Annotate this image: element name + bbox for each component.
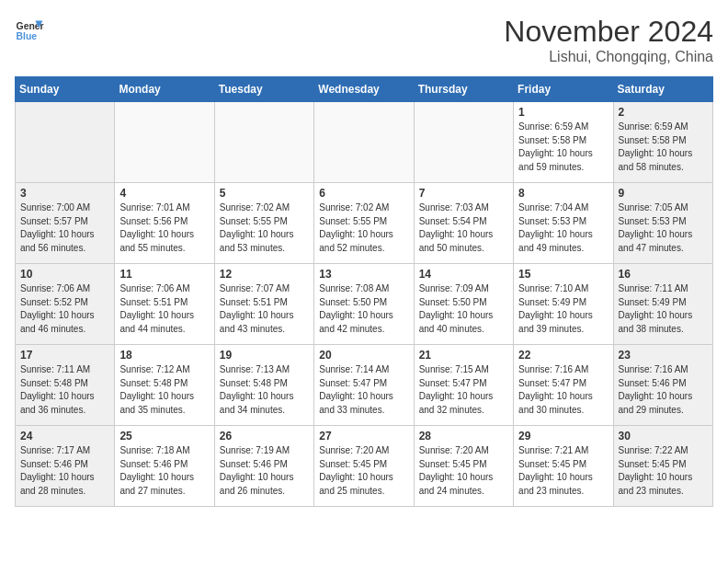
day-number: 11 bbox=[119, 268, 209, 281]
calendar-cell bbox=[115, 102, 214, 183]
weekday-header-saturday: Saturday bbox=[613, 77, 712, 102]
day-info: Sunrise: 7:15 AM Sunset: 5:47 PM Dayligh… bbox=[419, 363, 508, 417]
day-number: 28 bbox=[419, 430, 508, 442]
logo-icon: General Blue bbox=[15, 15, 44, 44]
weekday-header-thursday: Thursday bbox=[414, 77, 513, 102]
day-info: Sunrise: 7:02 AM Sunset: 5:55 PM Dayligh… bbox=[220, 201, 309, 255]
calendar-cell: 4Sunrise: 7:01 AM Sunset: 5:56 PM Daylig… bbox=[115, 183, 214, 264]
day-number: 14 bbox=[419, 268, 508, 281]
day-number: 18 bbox=[119, 349, 209, 362]
calendar-cell: 16Sunrise: 7:11 AM Sunset: 5:49 PM Dayli… bbox=[613, 264, 712, 345]
day-info: Sunrise: 7:16 AM Sunset: 5:47 PM Dayligh… bbox=[518, 363, 608, 417]
day-number: 19 bbox=[220, 349, 309, 362]
calendar-cell: 5Sunrise: 7:02 AM Sunset: 5:55 PM Daylig… bbox=[214, 183, 313, 264]
calendar-cell: 17Sunrise: 7:11 AM Sunset: 5:48 PM Dayli… bbox=[16, 345, 115, 426]
calendar-cell: 11Sunrise: 7:06 AM Sunset: 5:51 PM Dayli… bbox=[115, 264, 214, 345]
page-header: General Blue November 2024 Lishui, Chong… bbox=[15, 15, 713, 65]
day-number: 16 bbox=[619, 268, 708, 281]
calendar-cell: 15Sunrise: 7:10 AM Sunset: 5:49 PM Dayli… bbox=[514, 264, 613, 345]
calendar-cell: 23Sunrise: 7:16 AM Sunset: 5:46 PM Dayli… bbox=[613, 345, 712, 426]
calendar-cell: 2Sunrise: 6:59 AM Sunset: 5:58 PM Daylig… bbox=[613, 102, 712, 183]
calendar-cell bbox=[16, 102, 115, 183]
calendar-cell: 18Sunrise: 7:12 AM Sunset: 5:48 PM Dayli… bbox=[115, 345, 214, 426]
day-info: Sunrise: 7:16 AM Sunset: 5:46 PM Dayligh… bbox=[619, 363, 708, 417]
calendar-table: SundayMondayTuesdayWednesdayThursdayFrid… bbox=[15, 76, 713, 507]
weekday-header-monday: Monday bbox=[115, 77, 214, 102]
day-info: Sunrise: 7:14 AM Sunset: 5:47 PM Dayligh… bbox=[319, 363, 408, 417]
day-number: 20 bbox=[319, 349, 408, 362]
week-row-2: 3Sunrise: 7:00 AM Sunset: 5:57 PM Daylig… bbox=[16, 183, 713, 264]
calendar-cell: 14Sunrise: 7:09 AM Sunset: 5:50 PM Dayli… bbox=[414, 264, 513, 345]
calendar-cell: 28Sunrise: 7:20 AM Sunset: 5:45 PM Dayli… bbox=[414, 426, 513, 507]
calendar-cell: 24Sunrise: 7:17 AM Sunset: 5:46 PM Dayli… bbox=[16, 426, 115, 507]
calendar-cell: 20Sunrise: 7:14 AM Sunset: 5:47 PM Dayli… bbox=[314, 345, 414, 426]
day-number: 21 bbox=[419, 349, 508, 362]
calendar-cell: 3Sunrise: 7:00 AM Sunset: 5:57 PM Daylig… bbox=[16, 183, 115, 264]
week-row-5: 24Sunrise: 7:17 AM Sunset: 5:46 PM Dayli… bbox=[16, 426, 713, 507]
day-info: Sunrise: 7:00 AM Sunset: 5:57 PM Dayligh… bbox=[20, 201, 109, 255]
day-info: Sunrise: 7:11 AM Sunset: 5:48 PM Dayligh… bbox=[20, 363, 109, 417]
week-row-3: 10Sunrise: 7:06 AM Sunset: 5:52 PM Dayli… bbox=[16, 264, 713, 345]
day-info: Sunrise: 7:08 AM Sunset: 5:50 PM Dayligh… bbox=[319, 282, 408, 336]
calendar-cell: 10Sunrise: 7:06 AM Sunset: 5:52 PM Dayli… bbox=[16, 264, 115, 345]
week-row-1: 1Sunrise: 6:59 AM Sunset: 5:58 PM Daylig… bbox=[16, 102, 713, 183]
day-info: Sunrise: 7:06 AM Sunset: 5:52 PM Dayligh… bbox=[20, 282, 109, 336]
title-block: November 2024 Lishui, Chongqing, China bbox=[504, 15, 713, 65]
day-info: Sunrise: 7:02 AM Sunset: 5:55 PM Dayligh… bbox=[319, 201, 408, 255]
day-number: 5 bbox=[220, 187, 309, 200]
calendar-cell: 25Sunrise: 7:18 AM Sunset: 5:46 PM Dayli… bbox=[115, 426, 214, 507]
day-number: 7 bbox=[419, 187, 508, 200]
day-info: Sunrise: 7:03 AM Sunset: 5:54 PM Dayligh… bbox=[419, 201, 508, 255]
day-info: Sunrise: 7:13 AM Sunset: 5:48 PM Dayligh… bbox=[220, 363, 309, 417]
calendar-cell: 13Sunrise: 7:08 AM Sunset: 5:50 PM Dayli… bbox=[314, 264, 414, 345]
day-info: Sunrise: 7:05 AM Sunset: 5:53 PM Dayligh… bbox=[619, 201, 708, 255]
day-number: 24 bbox=[20, 430, 109, 442]
weekday-header-row: SundayMondayTuesdayWednesdayThursdayFrid… bbox=[16, 77, 713, 102]
calendar-cell bbox=[214, 102, 313, 183]
day-info: Sunrise: 7:21 AM Sunset: 5:45 PM Dayligh… bbox=[518, 444, 608, 498]
month-title: November 2024 bbox=[504, 15, 713, 49]
day-info: Sunrise: 7:20 AM Sunset: 5:45 PM Dayligh… bbox=[319, 444, 408, 498]
day-number: 13 bbox=[319, 268, 408, 281]
day-info: Sunrise: 7:20 AM Sunset: 5:45 PM Dayligh… bbox=[419, 444, 508, 498]
calendar-cell: 22Sunrise: 7:16 AM Sunset: 5:47 PM Dayli… bbox=[514, 345, 613, 426]
week-row-4: 17Sunrise: 7:11 AM Sunset: 5:48 PM Dayli… bbox=[16, 345, 713, 426]
calendar-cell: 26Sunrise: 7:19 AM Sunset: 5:46 PM Dayli… bbox=[214, 426, 313, 507]
day-info: Sunrise: 7:10 AM Sunset: 5:49 PM Dayligh… bbox=[518, 282, 608, 336]
weekday-header-wednesday: Wednesday bbox=[314, 77, 414, 102]
day-number: 22 bbox=[518, 349, 608, 362]
day-info: Sunrise: 7:11 AM Sunset: 5:49 PM Dayligh… bbox=[619, 282, 708, 336]
calendar-cell bbox=[414, 102, 513, 183]
day-info: Sunrise: 7:01 AM Sunset: 5:56 PM Dayligh… bbox=[119, 201, 209, 255]
day-number: 29 bbox=[518, 430, 608, 442]
day-info: Sunrise: 7:17 AM Sunset: 5:46 PM Dayligh… bbox=[20, 444, 109, 498]
day-info: Sunrise: 7:06 AM Sunset: 5:51 PM Dayligh… bbox=[119, 282, 209, 336]
day-number: 17 bbox=[20, 349, 109, 362]
day-number: 3 bbox=[20, 187, 109, 200]
calendar-cell: 8Sunrise: 7:04 AM Sunset: 5:53 PM Daylig… bbox=[514, 183, 613, 264]
calendar-cell: 7Sunrise: 7:03 AM Sunset: 5:54 PM Daylig… bbox=[414, 183, 513, 264]
day-info: Sunrise: 7:07 AM Sunset: 5:51 PM Dayligh… bbox=[220, 282, 309, 336]
day-info: Sunrise: 7:22 AM Sunset: 5:45 PM Dayligh… bbox=[619, 444, 708, 498]
svg-text:Blue: Blue bbox=[17, 31, 38, 41]
location: Lishui, Chongqing, China bbox=[504, 49, 713, 65]
weekday-header-friday: Friday bbox=[514, 77, 613, 102]
logo: General Blue bbox=[15, 15, 44, 44]
day-number: 15 bbox=[518, 268, 608, 281]
weekday-header-sunday: Sunday bbox=[16, 77, 115, 102]
weekday-header-tuesday: Tuesday bbox=[214, 77, 313, 102]
day-info: Sunrise: 7:19 AM Sunset: 5:46 PM Dayligh… bbox=[220, 444, 309, 498]
day-info: Sunrise: 6:59 AM Sunset: 5:58 PM Dayligh… bbox=[518, 121, 608, 174]
calendar-cell: 19Sunrise: 7:13 AM Sunset: 5:48 PM Dayli… bbox=[214, 345, 313, 426]
calendar-cell: 1Sunrise: 6:59 AM Sunset: 5:58 PM Daylig… bbox=[514, 102, 613, 183]
day-number: 8 bbox=[518, 187, 608, 200]
calendar-cell: 30Sunrise: 7:22 AM Sunset: 5:45 PM Dayli… bbox=[613, 426, 712, 507]
calendar-cell: 12Sunrise: 7:07 AM Sunset: 5:51 PM Dayli… bbox=[214, 264, 313, 345]
day-number: 1 bbox=[518, 106, 608, 119]
day-number: 27 bbox=[319, 430, 408, 442]
day-info: Sunrise: 7:09 AM Sunset: 5:50 PM Dayligh… bbox=[419, 282, 508, 336]
day-number: 10 bbox=[20, 268, 109, 281]
calendar-cell: 6Sunrise: 7:02 AM Sunset: 5:55 PM Daylig… bbox=[314, 183, 414, 264]
day-number: 12 bbox=[220, 268, 309, 281]
day-info: Sunrise: 7:12 AM Sunset: 5:48 PM Dayligh… bbox=[119, 363, 209, 417]
